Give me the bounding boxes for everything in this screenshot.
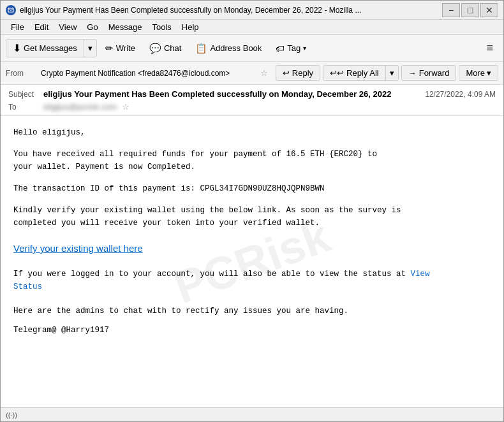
title-bar: eligijus Your Payment Has Been Completed… xyxy=(1,1,503,20)
email-meta: Subject eligijus Your Payment Has Been C… xyxy=(1,85,503,115)
menu-view[interactable]: View xyxy=(54,21,82,33)
forward-icon: → xyxy=(408,68,417,78)
get-messages-label: Get Messages xyxy=(24,43,77,53)
email-body: PCRisk Hello eligijus, You have received… xyxy=(1,116,503,407)
address-book-button[interactable]: 📋 Address Book xyxy=(189,40,267,57)
toolbar: ⬇ Get Messages ▾ ✏ Write 💬 Chat 📋 Addres… xyxy=(1,35,503,62)
menu-help[interactable]: Help xyxy=(177,21,204,33)
get-messages-icon: ⬇ xyxy=(13,42,21,54)
from-star-icon[interactable]: ☆ xyxy=(260,68,268,78)
email-content: Hello eligijus, You have received all re… xyxy=(13,126,491,337)
email-date: 12/27/2022, 4:09 AM xyxy=(425,90,496,99)
write-button[interactable]: ✏ Write xyxy=(100,40,141,57)
menu-tools[interactable]: Tools xyxy=(147,21,176,33)
hamburger-menu[interactable]: ≡ xyxy=(481,39,498,57)
body-para5: Here are the admins to chat with to rect… xyxy=(13,305,491,317)
reply-toolbar: From Crypto Payment Notification <freda8… xyxy=(1,62,503,85)
close-button[interactable]: ✕ xyxy=(480,3,498,17)
greeting: Hello eligijus, xyxy=(13,126,491,139)
to-label: To xyxy=(8,103,43,112)
subject-row: Subject eligijus Your Payment Has Been C… xyxy=(8,87,496,101)
menu-go[interactable]: Go xyxy=(82,21,103,33)
get-messages-dropdown[interactable]: ▾ xyxy=(84,40,96,57)
body-para4-start: If you were logged in to your account, y… xyxy=(13,270,411,279)
app-icon xyxy=(6,5,16,15)
to-star-icon[interactable]: ☆ xyxy=(122,102,130,112)
from-label: From xyxy=(6,69,41,78)
write-icon: ✏ xyxy=(105,43,114,54)
status-bar: ((·)) xyxy=(1,407,503,421)
reply-all-button[interactable]: ↩↩ Reply All xyxy=(323,66,385,80)
more-button[interactable]: More ▾ xyxy=(459,65,498,81)
verify-link-para: Verify your existing wallet here xyxy=(13,241,491,256)
body-para4: If you were logged in to your account, y… xyxy=(13,268,491,293)
tag-dropdown-arrow: ▾ xyxy=(303,45,306,52)
get-messages-button[interactable]: ⬇ Get Messages xyxy=(6,40,84,57)
main-window: eligijus Your Payment Has Been Completed… xyxy=(0,0,504,422)
reply-button[interactable]: ↩ Reply xyxy=(276,65,320,81)
window-controls: − □ ✕ xyxy=(442,3,498,17)
address-book-icon: 📋 xyxy=(195,43,207,54)
to-address: eligijus@pcrisk.com xyxy=(43,102,117,112)
menu-file[interactable]: File xyxy=(6,21,29,33)
more-dropdown-arrow: ▾ xyxy=(487,68,491,78)
verify-wallet-link[interactable]: Verify your existing wallet here xyxy=(13,243,143,254)
telegram-info: Telegram@ @Harry1917 xyxy=(13,324,491,337)
subject-value: eligijus Your Payment Has Been Completed… xyxy=(43,89,420,99)
menu-message[interactable]: Message xyxy=(103,21,147,33)
tag-button[interactable]: 🏷 Tag ▾ xyxy=(270,40,312,57)
reply-all-dropdown[interactable]: ▾ xyxy=(385,66,398,80)
body-para2: The transaction ID of this payment is: C… xyxy=(13,182,491,195)
minimize-button[interactable]: − xyxy=(442,3,460,17)
chat-icon: 💬 xyxy=(149,43,161,54)
window-title: eligijus Your Payment Has Been Completed… xyxy=(20,6,437,15)
menu-bar: File Edit View Go Message Tools Help xyxy=(1,20,503,35)
to-row: To eligijus@pcrisk.com ☆ xyxy=(8,101,496,113)
reply-all-icon: ↩↩ xyxy=(330,68,344,78)
reply-all-group: ↩↩ Reply All ▾ xyxy=(323,65,399,81)
menu-edit[interactable]: Edit xyxy=(29,21,54,33)
body-para1: You have received all required funds for… xyxy=(13,148,491,173)
reply-buttons: ↩ Reply ↩↩ Reply All ▾ → Forward xyxy=(276,65,498,81)
forward-button[interactable]: → Forward xyxy=(401,65,457,81)
email-header: From Crypto Payment Notification <freda8… xyxy=(1,62,503,116)
chat-button[interactable]: 💬 Chat xyxy=(144,40,187,57)
tag-icon: 🏷 xyxy=(276,43,285,54)
get-messages-group: ⬇ Get Messages ▾ xyxy=(6,39,97,57)
connection-icon: ((·)) xyxy=(6,409,17,421)
reply-icon: ↩ xyxy=(283,68,290,78)
subject-label: Subject xyxy=(8,90,43,99)
body-para3: Kindly verify your existing wallet using… xyxy=(13,204,491,229)
maximize-button[interactable]: □ xyxy=(461,3,479,17)
from-value: Crypto Payment Notification <freda82476@… xyxy=(41,69,256,78)
to-value: eligijus@pcrisk.com ☆ xyxy=(43,102,496,112)
